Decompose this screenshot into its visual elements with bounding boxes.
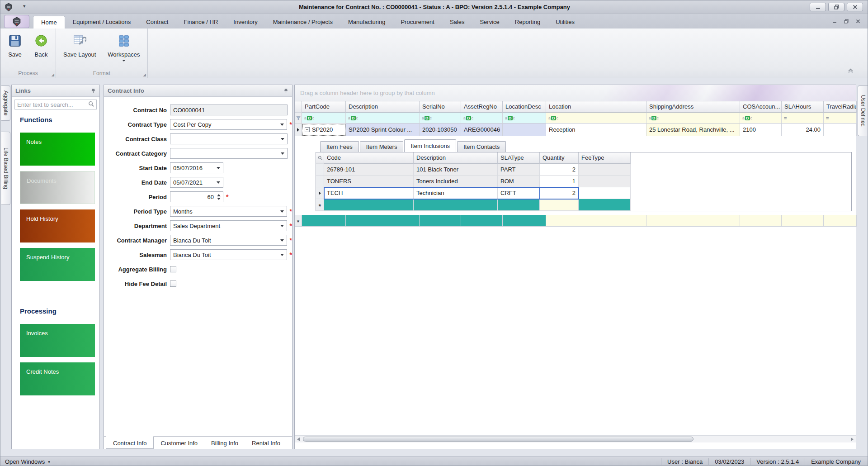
dropdown-end-date[interactable]: 05/07/2021 xyxy=(170,177,223,188)
detail-cell-description[interactable]: Technician xyxy=(414,187,498,199)
column-header-slahours[interactable]: SLAHours xyxy=(782,101,824,113)
filter-cell-travelradiu[interactable]: = xyxy=(824,113,857,124)
cell-travelradiu[interactable] xyxy=(824,124,857,136)
menu-tab-utilities[interactable]: Utilities xyxy=(548,16,582,29)
chevron-down-icon[interactable] xyxy=(279,138,286,140)
menu-tab-finance-hr[interactable]: Finance / HR xyxy=(176,16,226,29)
cell-locationdesc[interactable] xyxy=(503,124,546,136)
mdi-minimize-button[interactable] xyxy=(832,18,837,25)
menu-tab-contract[interactable]: Contract xyxy=(138,16,176,29)
tab-customer-info[interactable]: Customer Info xyxy=(154,437,204,449)
menu-tab-procurement[interactable]: Procurement xyxy=(393,16,442,29)
cell-shippingaddress[interactable]: 25 Lonestar Road, Ranchville, ... xyxy=(646,124,740,136)
cell-description[interactable]: SP2020 Sprint Colour ... xyxy=(346,124,420,136)
new-row-cell-travelradiu[interactable] xyxy=(824,215,857,227)
cell-serialno[interactable]: 2020-103050 xyxy=(420,124,461,136)
tab-item-fees[interactable]: Item Fees xyxy=(320,141,359,152)
filter-cell-location[interactable]: aBc xyxy=(546,113,646,124)
dropdown-contract-type[interactable]: Cost Per Copy xyxy=(170,119,287,130)
checkbox-aggregate-billing[interactable] xyxy=(170,266,176,272)
scrollbar-thumb[interactable] xyxy=(303,437,693,442)
scroll-left-icon[interactable] xyxy=(297,437,300,441)
detail-cell-quantity[interactable]: 2 xyxy=(540,164,579,176)
filter-cell-partcode[interactable]: aBc xyxy=(302,113,346,124)
scroll-right-icon[interactable] xyxy=(851,437,854,441)
link-button-hold-history[interactable]: Hold History xyxy=(20,209,95,243)
dropdown-period-type[interactable]: Months xyxy=(170,206,287,217)
chevron-down-icon[interactable] xyxy=(278,254,286,256)
menu-tab-service[interactable]: Service xyxy=(472,16,507,29)
new-row-cell-locationdesc[interactable] xyxy=(503,215,546,227)
mdi-close-button[interactable] xyxy=(856,18,860,25)
detail-cell-quantity[interactable]: 1 xyxy=(540,176,579,187)
menu-tab-maintenance-projects[interactable]: Maintenance / Projects xyxy=(265,16,340,29)
filter-cell-description[interactable]: aBc xyxy=(346,113,420,124)
new-row-cell-location[interactable] xyxy=(546,215,646,227)
detail-cell-slatype[interactable]: CRFT xyxy=(498,187,540,199)
column-header-assetregno[interactable]: AssetRegNo xyxy=(461,101,503,113)
link-button-credit-notes[interactable]: Credit Notes xyxy=(20,362,95,395)
column-header-partcode[interactable]: PartCode xyxy=(302,101,346,113)
new-row-cell-shippingaddress[interactable] xyxy=(646,215,740,227)
detail-cell-slatype[interactable]: PART xyxy=(498,164,540,176)
dropdown-start-date[interactable]: 05/07/2016 xyxy=(170,162,223,173)
new-row-cell-description[interactable] xyxy=(346,215,420,227)
close-button[interactable] xyxy=(847,3,863,11)
chevron-down-icon[interactable] xyxy=(278,239,286,242)
dropdown-department[interactable]: Sales Department xyxy=(170,220,287,231)
tab-contract-info[interactable]: Contract Info xyxy=(106,436,154,449)
search-input[interactable] xyxy=(17,101,88,108)
column-header-location[interactable]: Location xyxy=(546,101,646,113)
detail-cell-feetype[interactable] xyxy=(579,164,631,176)
new-row-cell-cosaccoun[interactable] xyxy=(740,215,782,227)
collapse-row-icon[interactable]: − xyxy=(305,127,310,132)
detail-new-row-cell-feetype[interactable] xyxy=(579,199,631,211)
menu-tab-manufacturing[interactable]: Manufacturing xyxy=(340,16,393,29)
chevron-down-icon[interactable] xyxy=(278,124,286,126)
filter-cell-locationdesc[interactable]: aBc xyxy=(503,113,546,124)
detail-column-header-code[interactable]: Code xyxy=(324,152,414,164)
dropdown-contract-class[interactable] xyxy=(170,133,288,144)
horizontal-scrollbar[interactable] xyxy=(295,435,856,442)
link-button-suspend-history[interactable]: Suspend History xyxy=(20,248,95,281)
group-by-bar[interactable]: Drag a column header here to group by th… xyxy=(295,85,856,101)
detail-new-row-cell-description[interactable] xyxy=(414,199,498,211)
filter-cell-assetregno[interactable]: aBc xyxy=(461,113,503,124)
chevron-down-icon[interactable] xyxy=(278,225,286,227)
dock-tab-life-based-billing[interactable]: Life Based Billing xyxy=(1,132,10,205)
tab-item-meters[interactable]: Item Meters xyxy=(360,141,404,152)
link-button-notes[interactable]: Notes xyxy=(20,133,95,166)
dock-tab-user-defined[interactable]: User Defined xyxy=(858,86,868,136)
ribbon-button-save-layout[interactable]: Save Layout xyxy=(61,31,99,63)
menu-tab-reporting[interactable]: Reporting xyxy=(507,16,548,29)
new-row-cell-partcode[interactable] xyxy=(302,215,346,227)
search-icon[interactable] xyxy=(88,101,94,108)
chevron-down-icon[interactable] xyxy=(215,181,222,184)
pin-icon[interactable] xyxy=(283,88,288,93)
input-contract-no[interactable]: CO0000041 xyxy=(170,105,288,115)
ribbon-button-save[interactable]: Save xyxy=(5,31,25,60)
minimize-button[interactable] xyxy=(810,3,826,11)
tab-item-contacts[interactable]: Item Contacts xyxy=(457,141,506,152)
tab-billing-info[interactable]: Billing Info xyxy=(204,437,245,449)
quick-access-dropdown-icon[interactable]: ▾ xyxy=(23,3,26,9)
filter-cell-slahours[interactable]: = xyxy=(782,113,824,124)
dropdown-contract-manager[interactable]: Bianca Du Toit xyxy=(170,235,287,246)
column-header-travelradiu[interactable]: TravelRadiu xyxy=(824,101,857,113)
column-header-serialno[interactable]: SerialNo xyxy=(420,101,461,113)
detail-new-row-cell-quantity[interactable] xyxy=(540,199,579,211)
detail-column-header-slatype[interactable]: SLAType xyxy=(498,152,540,164)
chevron-down-icon[interactable] xyxy=(279,152,286,155)
dialog-launcher-icon[interactable]: ◢ xyxy=(143,73,146,77)
new-row-cell-serialno[interactable] xyxy=(420,215,461,227)
tab-item-inclusions[interactable]: Item Inclusions xyxy=(404,139,456,152)
links-search-box[interactable] xyxy=(14,100,97,109)
dropdown-contract-category[interactable] xyxy=(170,148,288,159)
menu-tab-equipment-locations[interactable]: Equipment / Locations xyxy=(65,16,139,29)
checkbox-hide-fee-detail[interactable] xyxy=(170,281,176,287)
spin-up-icon[interactable] xyxy=(217,194,221,196)
new-row-cell-assetregno[interactable] xyxy=(461,215,503,227)
detail-cell-description[interactable]: Toners Included xyxy=(414,176,498,187)
link-button-invoices[interactable]: Invoices xyxy=(20,324,95,357)
restore-button[interactable] xyxy=(828,3,844,11)
